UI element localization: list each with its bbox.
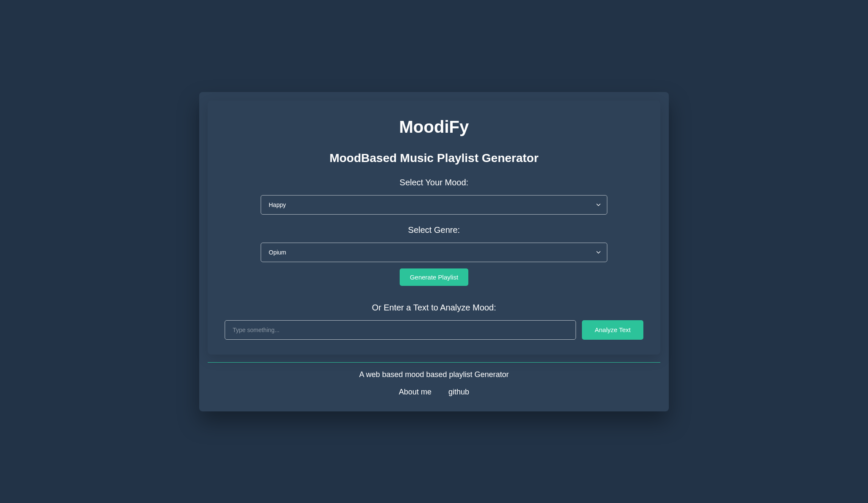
- about-me-link[interactable]: About me: [399, 388, 431, 397]
- analyze-text-button[interactable]: Analyze Text: [582, 320, 643, 340]
- analyze-text-input[interactable]: [225, 320, 576, 340]
- app-title: MoodiFy: [225, 117, 643, 137]
- mood-label: Select Your Mood:: [225, 178, 643, 187]
- footer-divider: [208, 362, 660, 363]
- mood-select-wrapper: Happy: [225, 195, 643, 215]
- genre-select-wrapper: Opium: [225, 243, 643, 262]
- app-card: MoodiFy MoodBased Music Playlist Generat…: [199, 92, 669, 411]
- app-subtitle: MoodBased Music Playlist Generator: [225, 151, 643, 165]
- analyze-section: Or Enter a Text to Analyze Mood: Analyze…: [225, 303, 643, 340]
- generate-playlist-button[interactable]: Generate Playlist: [400, 268, 468, 286]
- genre-select[interactable]: Opium: [261, 243, 607, 262]
- footer-links: About me github: [208, 388, 660, 403]
- genre-label: Select Genre:: [225, 225, 643, 235]
- analyze-input-row: Analyze Text: [225, 320, 643, 340]
- analyze-label: Or Enter a Text to Analyze Mood:: [225, 303, 643, 313]
- footer-description: A web based mood based playlist Generato…: [208, 370, 660, 379]
- github-link[interactable]: github: [448, 388, 469, 397]
- main-panel: MoodiFy MoodBased Music Playlist Generat…: [208, 101, 660, 355]
- mood-select[interactable]: Happy: [261, 195, 607, 215]
